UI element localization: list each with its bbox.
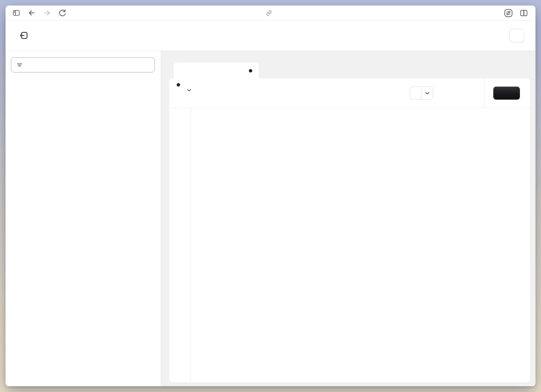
app-header <box>5 21 536 51</box>
unsaved-indicator-dot <box>177 83 180 87</box>
toolbar-divider <box>484 78 484 108</box>
version-dropdown[interactable] <box>177 89 191 91</box>
file-sidebar <box>5 51 161 386</box>
editor-card <box>169 78 530 382</box>
sidebar-toggle-icon[interactable] <box>12 9 20 17</box>
browser-chrome <box>5 5 536 21</box>
tab-layout-theme-liquid[interactable] <box>174 63 259 79</box>
editor-toolbar <box>169 78 530 108</box>
file-search-box[interactable] <box>11 57 155 72</box>
format-liquid-dropdown[interactable] <box>421 87 433 99</box>
file-search-input[interactable] <box>27 61 150 69</box>
link-icon <box>266 10 272 16</box>
format-liquid-button[interactable] <box>410 87 421 99</box>
filter-icon <box>16 62 23 68</box>
chevron-down-icon <box>187 89 191 91</box>
address-bar[interactable] <box>266 10 275 16</box>
tab-unsaved-dot <box>249 69 252 72</box>
save-button[interactable] <box>493 87 520 100</box>
forward-icon[interactable] <box>43 9 51 17</box>
more-actions-button[interactable] <box>57 34 59 36</box>
editor-panel <box>161 51 536 386</box>
exit-code-editor-button[interactable] <box>19 30 29 41</box>
reload-icon[interactable] <box>58 9 66 17</box>
preview-store-button[interactable] <box>509 29 524 42</box>
code-editor[interactable] <box>169 108 530 382</box>
browser-window <box>5 5 536 386</box>
sliders-icon[interactable] <box>504 8 513 18</box>
back-icon[interactable] <box>28 9 36 17</box>
split-view-icon[interactable] <box>519 9 528 17</box>
chevron-down-icon <box>425 92 429 95</box>
